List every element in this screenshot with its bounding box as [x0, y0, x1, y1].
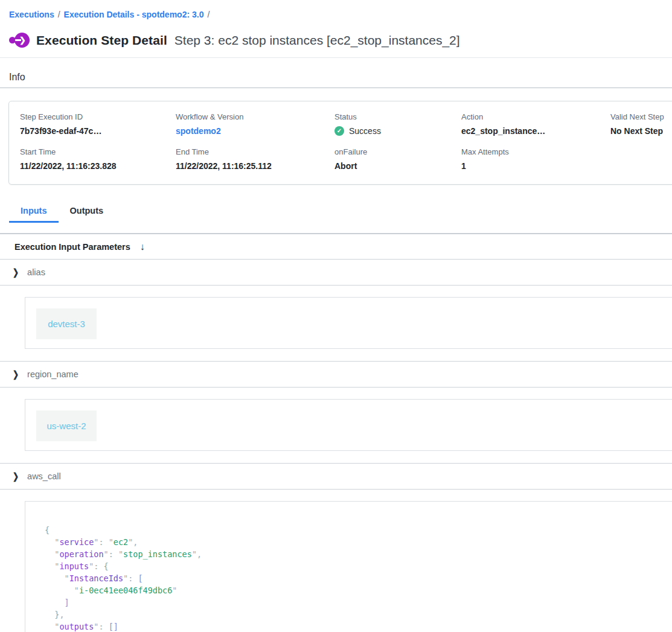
params-title: Execution Input Parameters [14, 242, 130, 252]
chevron-right-icon: ❯ [13, 267, 19, 278]
breadcrumb-link-executions[interactable]: Executions [9, 10, 54, 19]
field-workflow-version: Workflow & Version spotdemo2 [176, 112, 334, 136]
status-text: Success [349, 126, 381, 136]
field-label: Step Execution ID [20, 112, 176, 121]
breadcrumb: Executions/Execution Details - spotdemo2… [9, 10, 672, 19]
json-code-block: { "service": "ec2", "operation": "stop_i… [45, 524, 658, 632]
breadcrumb-separator: / [203, 10, 213, 19]
field-value: No Next Step [610, 126, 672, 136]
field-status: Status ✓ Success [334, 112, 461, 136]
params-header: Execution Input Parameters ↓ [0, 234, 672, 259]
param-value-panel-aws-call: { "service": "ec2", "operation": "stop_i… [25, 501, 672, 632]
param-label: alias [27, 267, 45, 277]
breadcrumb-separator: / [54, 10, 64, 19]
chevron-right-icon: ❯ [13, 369, 19, 380]
row-divider [0, 387, 672, 388]
tab-bar: Inputs Outputs [9, 200, 672, 223]
title-divider [0, 57, 672, 58]
field-value: 7b73f93e-edaf-47c… [20, 126, 176, 136]
param-row-aws-call[interactable]: ❯ aws_call [0, 464, 672, 489]
field-value: ec2_stop_instance… [461, 126, 610, 136]
page-header: ❯ Execution Step Detail Step 3: ec2 stop… [9, 32, 672, 48]
breadcrumb-link-execution-details[interactable]: Execution Details - spotdemo2: 3.0 [64, 10, 204, 19]
field-label: Action [461, 112, 610, 121]
workflow-logo-icon: ❯ [9, 32, 30, 48]
tab-outputs[interactable]: Outputs [59, 200, 115, 223]
sort-down-icon[interactable]: ↓ [140, 242, 145, 252]
chevron-right-icon: ❯ [13, 471, 19, 482]
row-divider [0, 489, 672, 490]
page-title: Execution Step Detail [36, 33, 167, 48]
field-label: Max Attempts [461, 147, 610, 156]
param-row-region-name[interactable]: ❯ region_name [0, 362, 672, 387]
tab-inputs[interactable]: Inputs [9, 200, 59, 223]
field-start-time: Start Time 11/22/2022, 11:16:23.828 [20, 147, 176, 171]
field-value: Abort [334, 161, 461, 171]
param-row-alias[interactable]: ❯ alias [0, 260, 672, 285]
page-subtitle: Step 3: ec2 stop instances [ec2_stop_ins… [174, 33, 460, 48]
field-label: Valid Next Step [610, 112, 672, 121]
field-label: Start Time [20, 147, 176, 156]
param-label: aws_call [27, 471, 61, 481]
info-heading: Info [9, 72, 672, 83]
field-max-attempts: Max Attempts 1 [461, 147, 610, 171]
field-valid-next-step: Valid Next Step No Next Step [610, 112, 672, 136]
param-label: region_name [27, 369, 78, 379]
field-label: Workflow & Version [176, 112, 334, 121]
param-value-panel-region-name: us-west-2 [25, 399, 672, 451]
field-end-time: End Time 11/22/2022, 11:16:25.112 [176, 147, 334, 171]
param-value-chip: devtest-3 [36, 308, 97, 339]
row-divider [0, 285, 672, 286]
field-action: Action ec2_stop_instance… [461, 112, 610, 136]
param-value-chip: us-west-2 [36, 410, 97, 441]
field-step-execution-id: Step Execution ID 7b73f93e-edaf-47c… [20, 112, 176, 136]
field-label: End Time [176, 147, 334, 156]
field-label: Status [334, 112, 461, 121]
info-divider [0, 88, 672, 88]
field-value: 11/22/2022, 11:16:25.112 [176, 161, 334, 171]
param-value-panel-alias: devtest-3 [25, 297, 672, 349]
field-empty [610, 147, 672, 171]
status-badge: ✓ Success [334, 126, 461, 136]
field-value: 1 [461, 161, 610, 171]
field-label: onFailure [334, 147, 461, 156]
workflow-link[interactable]: spotdemo2 [176, 126, 334, 136]
field-onfailure: onFailure Abort [334, 147, 461, 171]
info-card: Step Execution ID 7b73f93e-edaf-47c… Wor… [8, 101, 672, 185]
field-value: 11/22/2022, 11:16:23.828 [20, 161, 176, 171]
success-check-icon: ✓ [334, 126, 344, 136]
